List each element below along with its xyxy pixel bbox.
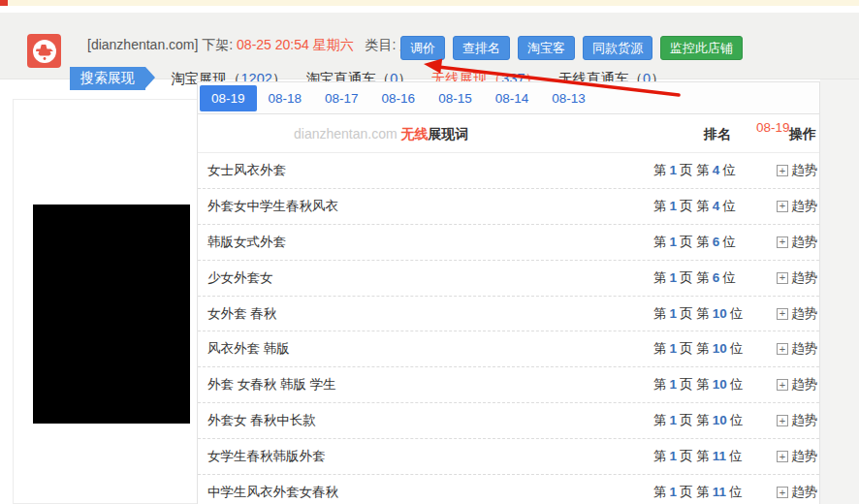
rank-page-number: 1 <box>667 235 681 249</box>
rank-position-number: 10 <box>710 341 730 356</box>
nav-tab-active[interactable]: 搜索展现 <box>70 67 145 90</box>
rank-page-number: 1 <box>667 199 681 213</box>
notice-bar-red-edge <box>0 0 8 6</box>
annotation-date-text: 08-19 <box>756 120 790 135</box>
action-button[interactable]: 淘宝客 <box>518 36 575 60</box>
keyword-popup-panel: 08-1908-1808-1708-1608-1508-1408-13 dian… <box>197 81 820 504</box>
date-tab[interactable]: 08-13 <box>540 85 597 111</box>
plus-box-icon: + <box>777 308 788 320</box>
offshelf-label: 下架: <box>202 37 233 52</box>
action-button[interactable]: 查排名 <box>453 36 510 60</box>
keyword-cell: 韩版女式外套 <box>207 225 286 260</box>
rank-cell: 第1页 第11位 <box>653 475 743 504</box>
table-row: 外套女 春秋中长款 第1页 第10位 +趋势 <box>198 403 819 439</box>
keyword-cell: 风衣外套 韩版 <box>207 331 290 366</box>
plus-box-icon: + <box>777 343 788 355</box>
trend-label: 趋势 <box>791 189 817 224</box>
rank-position-number: 4 <box>710 163 723 177</box>
rank-position-number: 4 <box>710 199 723 213</box>
trend-link[interactable]: +趋势 <box>777 189 817 224</box>
rank-page-number: 1 <box>667 485 681 499</box>
trend-label: 趋势 <box>791 153 817 188</box>
table-row: 女外套 春秋 第1页 第10位 +趋势 <box>198 297 819 332</box>
rank-cell: 第1页 第4位 <box>653 189 736 224</box>
rank-position-number: 11 <box>710 449 729 463</box>
keyword-cell: 女外套 春秋 <box>207 297 276 331</box>
keyword-cell: 少女外套女 <box>207 261 273 296</box>
date-tab[interactable]: 08-18 <box>257 85 314 111</box>
trend-link[interactable]: +趋势 <box>777 367 817 402</box>
date-tab[interactable]: 08-17 <box>313 85 370 111</box>
table-row: 中学生风衣外套女春秋 第1页 第11位 +趋势 <box>198 475 819 504</box>
rank-position-number: 10 <box>710 377 730 392</box>
table-row: 少女外套女 第1页 第6位 +趋势 <box>198 261 819 297</box>
trend-label: 趋势 <box>791 475 817 504</box>
table-row: 风衣外套 韩版 第1页 第10位 +趋势 <box>198 331 819 367</box>
date-tab-bar: 08-1908-1808-1708-1608-1508-1408-13 <box>198 82 819 114</box>
table-row: 女学生春秋韩版外套 第1页 第11位 +趋势 <box>198 439 819 475</box>
rank-page-number: 1 <box>667 270 681 285</box>
trend-label: 趋势 <box>791 403 817 438</box>
keyword-cell: 外套 女春秋 韩版 学生 <box>207 367 336 402</box>
shop-domain: [dianzhentan.com] <box>87 37 198 52</box>
keyword-cell: 中学生风衣外套女春秋 <box>207 475 338 504</box>
rank-page-number: 1 <box>667 306 681 321</box>
rank-cell: 第1页 第6位 <box>653 225 736 260</box>
rank-page-number: 1 <box>667 377 681 392</box>
keyword-cell: 女学生春秋韩版外套 <box>207 439 326 474</box>
rank-cell: 第1页 第10位 <box>653 403 743 438</box>
product-image-redacted <box>33 205 190 424</box>
table-title-domain: dianzhentan.com <box>294 126 398 142</box>
table-row: 韩版女式外套 第1页 第6位 +趋势 <box>198 225 819 261</box>
action-button[interactable]: 调价 <box>400 36 445 60</box>
table-row: 女士风衣外套 第1页 第4位 +趋势 <box>198 153 819 189</box>
page-background-strip <box>820 79 859 504</box>
rank-page-number: 1 <box>667 341 681 356</box>
date-tab[interactable]: 08-16 <box>370 85 428 111</box>
rank-page-number: 1 <box>667 163 681 177</box>
rank-position-number: 10 <box>710 413 730 427</box>
rank-page-number: 1 <box>667 449 681 463</box>
rank-cell: 第1页 第6位 <box>653 261 736 296</box>
plus-box-icon: + <box>777 272 788 284</box>
rank-cell: 第1页 第11位 <box>653 439 743 474</box>
date-tab[interactable]: 08-15 <box>427 85 484 111</box>
trend-label: 趋势 <box>791 331 817 366</box>
trend-link[interactable]: +趋势 <box>777 297 817 331</box>
trend-label: 趋势 <box>791 439 817 474</box>
top-bar: [dianzhentan.com] 下架: 08-25 20:54 星期六 类目… <box>0 13 859 79</box>
table-title-wireless: 无线 <box>401 126 429 142</box>
trend-link[interactable]: +趋势 <box>777 439 817 474</box>
table-header: dianzhentan.com 无线展现词 排名 操作 08-19 <box>198 114 819 153</box>
trend-link[interactable]: +趋势 <box>777 225 817 260</box>
rank-position-number: 10 <box>710 306 730 321</box>
date-tab-active[interactable]: 08-19 <box>200 85 257 111</box>
action-button[interactable]: 同款货源 <box>583 36 652 60</box>
dianzhentan-logo-icon <box>27 34 61 68</box>
keyword-cell: 外套女 春秋中长款 <box>207 403 316 438</box>
table-title-rest: 展现词 <box>429 126 469 142</box>
action-button-row: 调价查排名淘宝客同款货源监控此店铺 <box>400 36 743 60</box>
rank-cell: 第1页 第4位 <box>653 153 736 188</box>
trend-link[interactable]: +趋势 <box>777 331 817 366</box>
offshelf-time: 08-25 20:54 星期六 <box>237 37 354 52</box>
rank-page-number: 1 <box>667 413 681 427</box>
trend-link[interactable]: +趋势 <box>777 403 817 438</box>
table-row: 外套 女春秋 韩版 学生 第1页 第10位 +趋势 <box>198 367 819 403</box>
category-label: 类目: <box>365 37 396 52</box>
keyword-cell: 外套女中学生春秋风衣 <box>207 189 338 224</box>
trend-label: 趋势 <box>791 367 817 402</box>
keyword-table-body: 女士风衣外套 第1页 第4位 +趋势 外套女中学生春秋风衣 第1页 第4位 +趋… <box>198 153 819 504</box>
trend-label: 趋势 <box>791 261 817 296</box>
shop-info-line: [dianzhentan.com] 下架: 08-25 20:54 星期六 类目… <box>87 37 427 54</box>
trend-link[interactable]: +趋势 <box>777 261 817 296</box>
trend-link[interactable]: +趋势 <box>777 153 817 188</box>
rank-cell: 第1页 第10位 <box>653 331 743 366</box>
column-header-rank: 排名 <box>704 126 731 143</box>
plus-box-icon: + <box>777 415 788 426</box>
action-button[interactable]: 监控此店铺 <box>660 36 743 60</box>
date-tab[interactable]: 08-14 <box>484 85 541 111</box>
notice-bar <box>0 0 859 6</box>
rank-cell: 第1页 第10位 <box>653 297 743 331</box>
trend-link[interactable]: +趋势 <box>777 475 817 504</box>
